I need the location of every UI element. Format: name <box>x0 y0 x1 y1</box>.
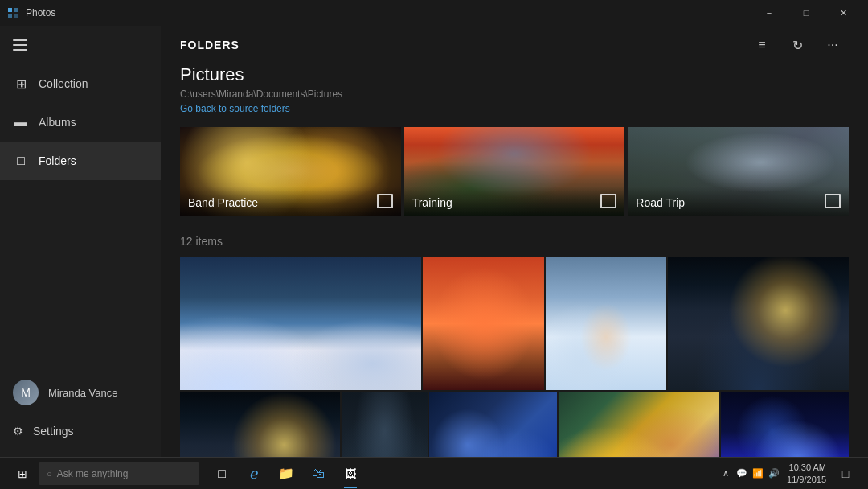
view-toggle-button[interactable]: ≡ <box>746 29 778 61</box>
sidebar-nav: ⊞ Collection ▬ Albums □ Folders <box>0 64 161 373</box>
photo-blue-person[interactable] <box>721 392 849 457</box>
collection-icon: ⊞ <box>13 76 29 92</box>
taskbar-app-edge[interactable]: ℯ <box>238 458 270 490</box>
photo-dark-portrait[interactable] <box>342 392 427 457</box>
system-clock[interactable]: 10:30 AM 11/9/2015 <box>784 462 829 485</box>
taskbar-app-explorer[interactable]: 📁 <box>270 458 302 490</box>
folder-info: Training <box>404 187 625 216</box>
content-header: FOLDERS ≡ ↻ ··· <box>161 26 868 64</box>
photo-orange-kid[interactable] <box>423 257 543 390</box>
photo-blue-texture[interactable] <box>429 392 557 457</box>
folder-card-road-trip[interactable]: Road Trip <box>628 127 849 216</box>
user-profile[interactable]: M Miranda Vance <box>0 373 161 412</box>
folders-icon: □ <box>13 153 29 169</box>
taskbar-apps: □ ℯ 📁 🛍 🖼 <box>206 458 366 490</box>
page-title: FOLDERS <box>180 39 240 51</box>
action-center-button[interactable]: □ <box>833 458 858 490</box>
system-tray: ∧ 💬 📶 🔊 10:30 AM 11/9/2015 □ <box>719 458 862 490</box>
sidebar: ⊞ Collection ▬ Albums □ Folders M Mirand… <box>0 26 161 457</box>
photo-grid <box>180 257 849 457</box>
sidebar-item-settings[interactable]: ⚙ Settings <box>0 412 161 450</box>
app-title: Photos <box>26 7 751 18</box>
folder-name-training: Training <box>412 196 452 209</box>
user-name: Miranda Vance <box>48 387 117 399</box>
app-icon <box>6 6 19 19</box>
photo-ski-kid[interactable] <box>546 257 666 390</box>
sidebar-item-collection-label: Collection <box>39 77 88 90</box>
avatar: M <box>13 380 39 405</box>
photo-row-2 <box>180 392 849 457</box>
sidebar-item-folders-label: Folders <box>39 154 76 167</box>
photo-night-cabin[interactable] <box>180 392 340 457</box>
refresh-button[interactable]: ↻ <box>781 29 813 61</box>
taskbar-app-store[interactable]: 🛍 <box>302 458 334 490</box>
section-title: Pictures <box>180 64 849 85</box>
sidebar-item-albums[interactable]: ▬ Albums <box>0 103 161 142</box>
folder-select-icon <box>825 193 841 209</box>
photo-night-landscape[interactable] <box>668 257 849 390</box>
folder-select-icon <box>600 193 616 209</box>
search-bar[interactable]: ○ Ask me anything <box>39 462 199 485</box>
folder-name-band-practice: Band Practice <box>188 196 258 209</box>
content-body: Pictures C:\users\Miranda\Documents\Pict… <box>161 64 868 457</box>
window-controls: − □ ✕ <box>751 0 862 26</box>
tray-network[interactable]: 📶 <box>751 467 764 480</box>
folder-name-road-trip: Road Trip <box>636 196 685 209</box>
albums-icon: ▬ <box>13 114 29 130</box>
photo-row-1 <box>180 257 849 390</box>
start-button[interactable]: ⊞ <box>6 458 39 490</box>
items-count: 12 items <box>180 235 849 248</box>
photo-winter-wide[interactable] <box>180 257 421 390</box>
settings-label: Settings <box>33 425 74 438</box>
folder-grid: Band Practice Training Roa <box>180 127 849 216</box>
minimize-button[interactable]: − <box>751 0 788 26</box>
photo-market[interactable] <box>559 392 719 457</box>
folder-select-icon <box>377 193 393 209</box>
section-path: C:\users\Miranda\Documents\Pictures <box>180 88 849 100</box>
search-icon: ○ <box>47 469 52 479</box>
hamburger-icon <box>13 39 27 51</box>
titlebar: Photos − □ ✕ <box>0 0 868 26</box>
close-button[interactable]: ✕ <box>825 0 862 26</box>
folder-card-band-practice[interactable]: Band Practice <box>180 127 401 216</box>
taskbar-app-taskview[interactable]: □ <box>206 458 238 490</box>
tray-notifications[interactable]: 💬 <box>735 467 748 480</box>
app-body: ⊞ Collection ▬ Albums □ Folders M Mirand… <box>0 26 868 457</box>
folder-info: Band Practice <box>180 187 401 216</box>
folder-info: Road Trip <box>628 187 849 216</box>
tray-volume[interactable]: 🔊 <box>768 467 780 480</box>
sidebar-item-folders[interactable]: □ Folders <box>0 142 161 180</box>
taskbar-app-photos[interactable]: 🖼 <box>334 458 366 490</box>
maximize-button[interactable]: □ <box>788 0 825 26</box>
sidebar-footer: M Miranda Vance ⚙ Settings <box>0 373 161 457</box>
content-area: FOLDERS ≡ ↻ ··· Pictures C:\users\Mirand… <box>161 26 868 457</box>
search-placeholder: Ask me anything <box>57 468 129 479</box>
tray-overflow[interactable]: ∧ <box>719 467 732 480</box>
sidebar-item-albums-label: Albums <box>39 116 76 129</box>
sidebar-toggle[interactable] <box>0 26 161 64</box>
back-to-source-link[interactable]: Go back to source folders <box>180 103 849 114</box>
more-options-button[interactable]: ··· <box>817 29 849 61</box>
settings-icon: ⚙ <box>13 425 23 438</box>
sidebar-item-collection[interactable]: ⊞ Collection <box>0 64 161 103</box>
header-actions: ≡ ↻ ··· <box>746 29 849 61</box>
folder-card-training[interactable]: Training <box>404 127 625 216</box>
taskbar: ⊞ ○ Ask me anything □ ℯ 📁 🛍 🖼 ∧ 💬 📶 🔊 10… <box>0 457 868 489</box>
